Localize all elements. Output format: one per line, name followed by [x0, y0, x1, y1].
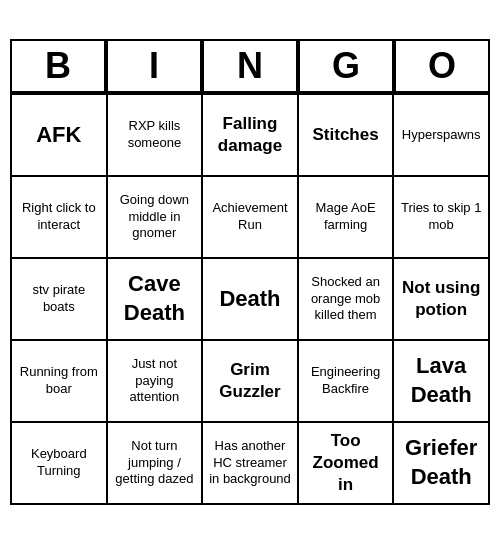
header-b: B [10, 39, 106, 93]
bingo-cell-17: Grim Guzzler [203, 341, 299, 423]
bingo-cell-2: Falling damage [203, 95, 299, 177]
bingo-card: B I N G O AFKRXP kills someoneFalling da… [10, 39, 490, 505]
header-g: G [298, 39, 394, 93]
bingo-grid: AFKRXP kills someoneFalling damageStitch… [10, 93, 490, 505]
bingo-cell-14: Not using potion [394, 259, 490, 341]
bingo-header: B I N G O [10, 39, 490, 93]
bingo-cell-18: Engineering Backfire [299, 341, 395, 423]
bingo-cell-23: Too Zoomed in [299, 423, 395, 505]
bingo-cell-12: Death [203, 259, 299, 341]
bingo-cell-8: Mage AoE farming [299, 177, 395, 259]
bingo-cell-20: Keyboard Turning [12, 423, 108, 505]
bingo-cell-21: Not turn jumping / getting dazed [108, 423, 204, 505]
bingo-cell-16: Just not paying attention [108, 341, 204, 423]
bingo-cell-11: Cave Death [108, 259, 204, 341]
bingo-cell-19: Lava Death [394, 341, 490, 423]
bingo-cell-6: Going down middle in gnomer [108, 177, 204, 259]
bingo-cell-1: RXP kills someone [108, 95, 204, 177]
bingo-cell-9: Tries to skip 1 mob [394, 177, 490, 259]
bingo-cell-5: Right click to interact [12, 177, 108, 259]
bingo-cell-10: stv pirate boats [12, 259, 108, 341]
header-i: I [106, 39, 202, 93]
bingo-cell-15: Running from boar [12, 341, 108, 423]
bingo-cell-0: AFK [12, 95, 108, 177]
header-n: N [202, 39, 298, 93]
header-o: O [394, 39, 490, 93]
bingo-cell-22: Has another HC streamer in background [203, 423, 299, 505]
bingo-cell-4: Hyperspawns [394, 95, 490, 177]
bingo-cell-7: Achievement Run [203, 177, 299, 259]
bingo-cell-13: Shocked an orange mob killed them [299, 259, 395, 341]
bingo-cell-3: Stitches [299, 95, 395, 177]
bingo-cell-24: Griefer Death [394, 423, 490, 505]
